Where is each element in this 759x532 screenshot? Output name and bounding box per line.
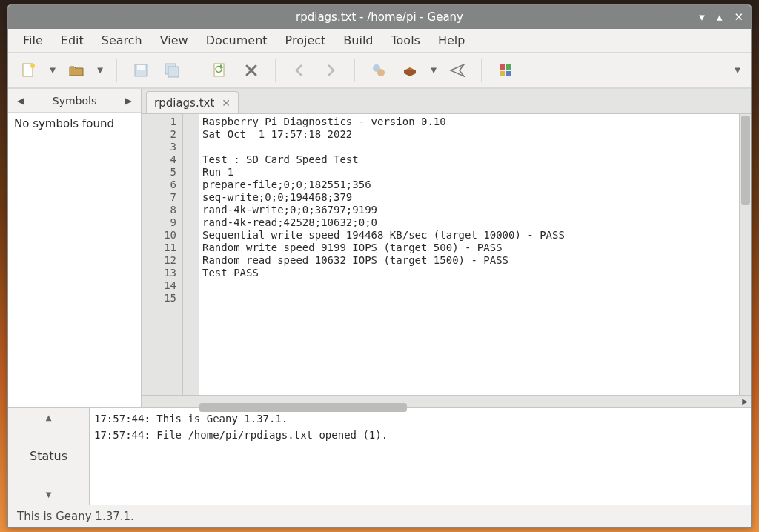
- nav-back-button[interactable]: [286, 57, 313, 84]
- close-file-button[interactable]: [238, 57, 265, 84]
- save-button[interactable]: [127, 57, 154, 84]
- open-file-button[interactable]: [63, 57, 90, 84]
- open-folder-icon: [67, 61, 85, 79]
- toolbar-overflow[interactable]: ▼: [732, 66, 743, 74]
- build-brick-icon: [401, 61, 419, 79]
- reload-button[interactable]: [207, 57, 233, 84]
- color-chooser-button[interactable]: [492, 57, 519, 84]
- svg-rect-10: [506, 64, 511, 70]
- symbols-panel: No symbols found: [8, 113, 141, 407]
- app-window: rpdiags.txt - /home/pi - Geany ▾ ▴ ✕ Fil…: [7, 4, 752, 528]
- menu-edit[interactable]: Edit: [53, 30, 91, 50]
- menu-help[interactable]: Help: [431, 30, 472, 50]
- run-button[interactable]: [444, 57, 471, 84]
- editor-text: Raspberry Pi Diagnostics - version 0.10 …: [202, 116, 565, 279]
- menubar: File Edit Search View Document Project B…: [8, 29, 751, 53]
- menu-file[interactable]: File: [16, 30, 50, 50]
- menu-search[interactable]: Search: [94, 30, 150, 50]
- compile-icon: [370, 61, 388, 79]
- text-cursor-icon: [726, 283, 726, 295]
- menu-document[interactable]: Document: [199, 30, 275, 50]
- titlebar[interactable]: rpdiags.txt - /home/pi - Geany ▾ ▴ ✕: [8, 5, 751, 29]
- open-file-dropdown[interactable]: ▼: [94, 66, 106, 74]
- new-file-icon: [20, 61, 38, 79]
- hscroll-right-icon[interactable]: ▶: [739, 397, 751, 405]
- menu-view[interactable]: View: [153, 30, 196, 50]
- arrow-left-icon: [291, 61, 308, 79]
- editor-area: rpdiags.txt ✕ 1 2 3 4 5 6 7 8 9 10 11 12…: [142, 89, 751, 407]
- horizontal-scrollbar[interactable]: ▶: [142, 395, 751, 407]
- fold-margin[interactable]: [183, 114, 199, 395]
- tab-close-icon[interactable]: ✕: [222, 97, 231, 109]
- close-icon[interactable]: ✕: [731, 10, 746, 24]
- svg-rect-5: [168, 67, 179, 77]
- new-file-button[interactable]: [16, 57, 42, 84]
- save-all-icon: [163, 61, 181, 79]
- minimize-icon[interactable]: ▾: [696, 10, 708, 24]
- build-button[interactable]: [397, 57, 423, 84]
- bottom-tabs: ▲ Status ▼: [8, 408, 90, 505]
- svg-rect-11: [500, 71, 505, 76]
- sidebar-next-icon[interactable]: ▶: [121, 93, 136, 109]
- save-icon: [132, 61, 150, 79]
- bottom-tab-down-icon[interactable]: ▼: [43, 488, 55, 502]
- editor-content[interactable]: Raspberry Pi Diagnostics - version 0.10 …: [199, 114, 739, 395]
- tab-label: rpdiags.txt: [154, 96, 214, 110]
- toolbar: ▼ ▼ ▼: [8, 53, 751, 88]
- hscroll-thumb[interactable]: [199, 403, 407, 412]
- sidebar-tab-symbols[interactable]: Symbols: [53, 95, 96, 107]
- status-messages[interactable]: 17:57:44: This is Geany 1.37.1. 17:57:44…: [90, 408, 751, 505]
- main-split: ◀ Symbols ▶ No symbols found rpdiags.txt…: [8, 88, 751, 407]
- statusbar-text: This is Geany 1.37.1.: [17, 510, 134, 523]
- send-icon: [448, 61, 466, 79]
- svg-point-1: [30, 64, 35, 68]
- window-title: rpdiags.txt - /home/pi - Geany: [296, 10, 463, 24]
- statusbar: This is Geany 1.37.1.: [8, 505, 751, 527]
- bottom-tab-up-icon[interactable]: ▲: [43, 410, 55, 425]
- sidebar-tabs: ◀ Symbols ▶: [8, 89, 141, 113]
- editor-row: 1 2 3 4 5 6 7 8 9 10 11 12 13 14 15 Rasp…: [142, 114, 751, 395]
- tab-rpdiags[interactable]: rpdiags.txt ✕: [146, 91, 239, 113]
- maximize-icon[interactable]: ▴: [714, 10, 726, 24]
- scroll-thumb[interactable]: [741, 116, 750, 205]
- menu-tools[interactable]: Tools: [384, 30, 428, 50]
- build-dropdown[interactable]: ▼: [428, 66, 440, 74]
- menu-build[interactable]: Build: [336, 30, 380, 50]
- no-symbols-label: No symbols found: [14, 117, 114, 130]
- new-file-dropdown[interactable]: ▼: [47, 66, 59, 74]
- close-file-icon: [242, 61, 260, 79]
- window-controls: ▾ ▴ ✕: [696, 5, 746, 29]
- compile-button[interactable]: [365, 57, 392, 84]
- sidebar: ◀ Symbols ▶ No symbols found: [8, 89, 142, 407]
- svg-rect-12: [506, 71, 511, 76]
- bottom-tab-status[interactable]: Status: [30, 449, 67, 463]
- editor-tabs: rpdiags.txt ✕: [142, 89, 751, 114]
- arrow-right-icon: [322, 61, 339, 79]
- nav-forward-button[interactable]: [317, 57, 344, 84]
- menu-project[interactable]: Project: [278, 30, 334, 50]
- vertical-scrollbar[interactable]: [739, 114, 751, 395]
- reload-icon: [211, 61, 229, 79]
- svg-point-8: [377, 69, 385, 76]
- bottom-pane: ▲ Status ▼ 17:57:44: This is Geany 1.37.…: [8, 407, 751, 505]
- sidebar-prev-icon[interactable]: ◀: [13, 93, 28, 109]
- line-number-gutter[interactable]: 1 2 3 4 5 6 7 8 9 10 11 12 13 14 15: [142, 114, 183, 395]
- svg-rect-3: [137, 65, 145, 70]
- svg-rect-9: [500, 64, 505, 70]
- save-all-button[interactable]: [159, 57, 185, 84]
- color-palette-icon: [497, 61, 514, 79]
